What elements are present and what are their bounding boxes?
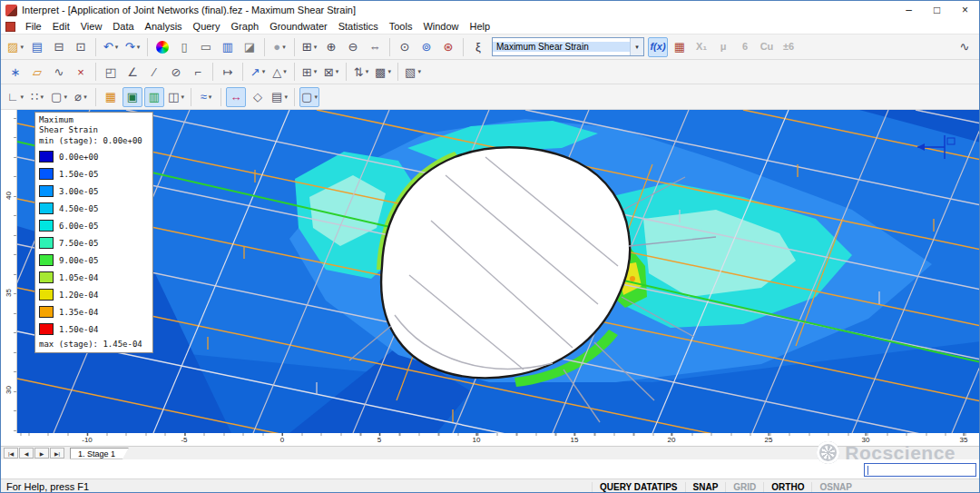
- tab-nav-button-0[interactable]: |◀: [4, 448, 18, 458]
- measure-button[interactable]: ↔: [226, 87, 246, 107]
- snapshot-button[interactable]: ▣: [122, 87, 142, 107]
- status-grid[interactable]: GRID: [725, 482, 763, 492]
- status-ortho[interactable]: ORTHO: [763, 482, 811, 492]
- tab-nav-button-1[interactable]: ◀: [19, 448, 34, 458]
- add-query-point-button[interactable]: ∗: [5, 62, 25, 82]
- print-button[interactable]: ⊟: [49, 37, 69, 57]
- measure-angle-button[interactable]: ⌐: [188, 62, 208, 82]
- menu-help[interactable]: Help: [465, 21, 496, 32]
- iso-surface-button[interactable]: ◇: [248, 87, 268, 107]
- model-canvas[interactable]: [17, 110, 980, 433]
- status-snap[interactable]: SNAP: [685, 482, 726, 492]
- circle-tool-button[interactable]: ⊘: [166, 62, 186, 82]
- sort-data-button[interactable]: ⇅▾: [351, 62, 371, 82]
- page-setup-button[interactable]: ▯: [174, 37, 194, 57]
- contour-colors-icon: [156, 41, 169, 54]
- data-type-select[interactable]: Maximum Shear Strain▾: [492, 37, 644, 56]
- zoom-in-button[interactable]: ⊕: [321, 37, 341, 57]
- x-tick-label: 0: [280, 436, 284, 444]
- add-query-polyline-button[interactable]: ▱: [27, 62, 47, 82]
- tab-nav-button-2[interactable]: ▶: [34, 448, 49, 458]
- minimize-button[interactable]: –: [895, 1, 923, 19]
- mu-button[interactable]: μ: [713, 37, 733, 57]
- graph-data-button[interactable]: △▾: [270, 62, 289, 82]
- tab-nav-button-3[interactable]: ▶|: [50, 448, 64, 458]
- legend-swatch: [39, 202, 54, 214]
- edit-query-button[interactable]: ∿: [49, 62, 69, 82]
- report-icon: ▦: [674, 41, 685, 53]
- mesh-display-button[interactable]: ▦: [101, 87, 121, 107]
- window-layout-button[interactable]: ◫▾: [166, 87, 186, 107]
- toolbar-separator: [397, 63, 398, 81]
- menu-tools[interactable]: Tools: [384, 21, 418, 32]
- zoom-window-button[interactable]: ⊙: [395, 37, 415, 57]
- page-copy-button[interactable]: ▭: [196, 37, 216, 57]
- open-file-button[interactable]: ▨▾: [5, 37, 25, 57]
- grid-display-button[interactable]: ∷▾: [27, 87, 47, 107]
- menu-analysis[interactable]: Analysis: [140, 21, 188, 32]
- menu-edit[interactable]: Edit: [47, 21, 75, 32]
- x1-button[interactable]: X₁: [691, 37, 711, 57]
- report-button[interactable]: ▦: [670, 37, 690, 57]
- window-polyline-button[interactable]: ◰: [101, 62, 121, 82]
- contour-style-button[interactable]: ▧▾: [403, 62, 423, 82]
- maximize-button[interactable]: □: [923, 1, 951, 19]
- zoom-selection-button[interactable]: ⊚: [416, 37, 436, 57]
- add-query-polyline-icon: ▱: [33, 66, 42, 78]
- menu-graph[interactable]: Graph: [226, 21, 265, 32]
- menu-statistics[interactable]: Statistics: [333, 21, 384, 32]
- chevron-down-icon[interactable]: ▾: [630, 38, 643, 55]
- close-button[interactable]: ×: [951, 1, 979, 19]
- edit-range-button[interactable]: ⊠▾: [321, 62, 341, 82]
- stage-plot-button[interactable]: ▥: [144, 87, 164, 107]
- chevron-down-icon: ▾: [336, 68, 339, 75]
- menu-query[interactable]: Query: [188, 21, 226, 32]
- save-button[interactable]: ▤: [27, 37, 47, 57]
- zoom-out-button[interactable]: ⊖: [343, 37, 363, 57]
- user-function-button[interactable]: f(x): [648, 37, 668, 57]
- undo-button[interactable]: ↶▾: [101, 37, 121, 57]
- contour-range-button[interactable]: ξ: [468, 37, 488, 57]
- menu-file[interactable]: File: [20, 21, 47, 32]
- offset-query-button[interactable]: ↦: [218, 62, 238, 82]
- status-query-datatips[interactable]: QUERY DATATIPS: [592, 482, 685, 492]
- snapshot-icon: ▣: [127, 91, 138, 103]
- sigma-6-button[interactable]: 6: [735, 37, 755, 57]
- stress-plot-button[interactable]: ∿: [955, 37, 975, 57]
- show-values-button[interactable]: ⊞▾: [299, 62, 319, 82]
- print-preview-button[interactable]: ⊡: [71, 37, 91, 57]
- page-setup-icon: ▯: [181, 41, 187, 53]
- chevron-down-icon: ▾: [181, 94, 184, 101]
- redo-icon: ↷: [125, 41, 135, 53]
- dither-button[interactable]: ▩▾: [373, 62, 393, 82]
- axes-display-button[interactable]: ∟▾: [5, 87, 25, 107]
- graph-query-button[interactable]: ↗▾: [248, 62, 268, 82]
- command-input[interactable]: [864, 463, 976, 477]
- delete-query-button[interactable]: ×: [71, 62, 91, 82]
- menu-window[interactable]: Window: [417, 21, 464, 32]
- line-tool-button[interactable]: ∕: [144, 62, 164, 82]
- polyline-tool-button[interactable]: ∠: [122, 62, 142, 82]
- zoom-extents-button[interactable]: ⊞▾: [299, 37, 319, 57]
- cu-button[interactable]: Cu: [757, 37, 777, 57]
- contour-colors-button[interactable]: [152, 37, 172, 57]
- selection-box-button[interactable]: ▢▾: [49, 87, 69, 107]
- no-contour-button[interactable]: ⌀▾: [71, 87, 91, 107]
- export-image-button[interactable]: ◪: [240, 37, 260, 57]
- tab-stage-1[interactable]: 1. Stage 1: [70, 448, 129, 459]
- data-grid-button[interactable]: ▤▾: [270, 87, 289, 107]
- stress-plot-icon: ∿: [960, 41, 970, 53]
- menu-data[interactable]: Data: [107, 21, 139, 32]
- 3d-sphere-button[interactable]: ●▾: [270, 37, 289, 57]
- menu-view[interactable]: View: [75, 21, 108, 32]
- plus-minus-6-button[interactable]: ±6: [779, 37, 799, 57]
- display-options-button[interactable]: ▢▾: [299, 87, 319, 107]
- flow-lines-button[interactable]: ≈▾: [196, 87, 216, 107]
- zoom-query-button[interactable]: ⊛: [438, 37, 458, 57]
- menu-groundwater[interactable]: Groundwater: [264, 21, 333, 32]
- status-osnap[interactable]: OSNAP: [811, 482, 859, 492]
- undo-icon: ↶: [103, 41, 113, 53]
- chart-view-button[interactable]: ▥: [218, 37, 238, 57]
- pan-button[interactable]: ⇔: [365, 37, 385, 57]
- redo-button[interactable]: ↷▾: [122, 37, 142, 57]
